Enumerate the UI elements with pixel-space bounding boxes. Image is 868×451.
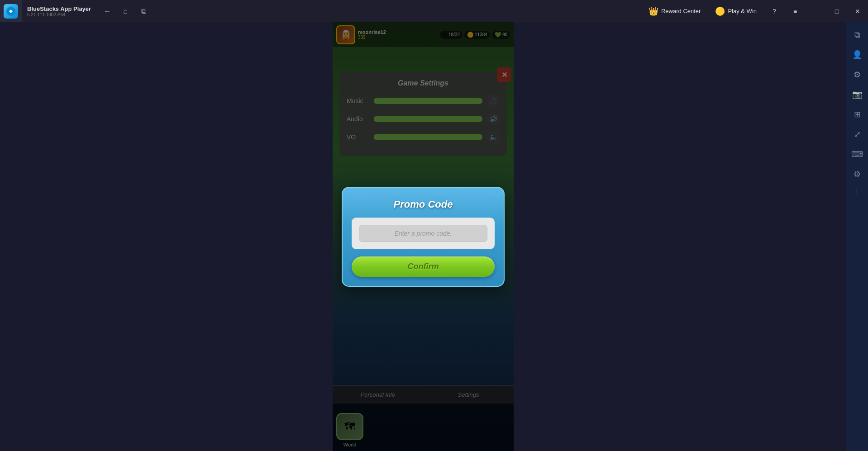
sidebar-user-button[interactable]: 👤 xyxy=(848,46,866,64)
sidebar-camera-button[interactable]: 📷 xyxy=(848,85,866,104)
sidebar-config-button[interactable]: ⚙ xyxy=(848,165,866,183)
sidebar-keyboard-button[interactable]: ⌨ xyxy=(848,145,866,163)
sidebar-layers-button[interactable]: ⧉ xyxy=(848,26,866,44)
app-version: 5.21.111.1002 P64 xyxy=(27,12,91,17)
play-label: Play & Win xyxy=(728,8,757,14)
help-button[interactable]: ? xyxy=(764,0,785,22)
titlebar: BlueStacks App Player 5.21.111.1002 P64 … xyxy=(0,0,868,22)
promo-input-area xyxy=(352,218,495,249)
promo-modal: Promo Code Confirm xyxy=(342,187,505,287)
play-icon: 🟡 xyxy=(715,6,725,16)
sidebar-more-button[interactable]: ··· xyxy=(854,185,860,198)
sidebar-grid-button[interactable]: ⊞ xyxy=(848,105,866,123)
minimize-button[interactable]: — xyxy=(806,0,826,22)
multiinstance-button[interactable]: ⧉ xyxy=(136,4,151,19)
reward-label: Reward Center xyxy=(661,8,701,14)
promo-title: Promo Code xyxy=(352,199,495,210)
promo-code-input[interactable] xyxy=(359,225,487,242)
maximize-button[interactable]: □ xyxy=(826,0,847,22)
titlebar-right: 👑 Reward Center 🟡 Play & Win ? ≡ — □ ✕ xyxy=(641,0,868,22)
back-button[interactable]: ← xyxy=(100,4,114,19)
confirm-button[interactable]: Confirm xyxy=(352,256,495,277)
window-controls: ? ≡ — □ ✕ xyxy=(764,0,868,22)
sidebar-zoom-button[interactable]: ⤢ xyxy=(848,125,866,143)
modal-overlay: Promo Code Confirm xyxy=(333,22,514,451)
close-button[interactable]: ✕ xyxy=(847,0,868,22)
logo-image xyxy=(4,4,18,19)
main-content: 🧝 moonrise12 339 ⚔ 19/32 🟡 11384 💚 90 xyxy=(0,22,846,451)
reward-center-button[interactable]: 👑 Reward Center xyxy=(641,0,708,22)
menu-button[interactable]: ≡ xyxy=(785,0,806,22)
game-area: 🧝 moonrise12 339 ⚔ 19/32 🟡 11384 💚 90 xyxy=(333,22,514,451)
sidebar-settings-button[interactable]: ⚙ xyxy=(848,66,866,84)
app-logo xyxy=(0,0,22,22)
right-sidebar: ⧉ 👤 ⚙ 📷 ⊞ ⤢ ⌨ ⚙ ··· xyxy=(846,22,868,451)
home-button[interactable]: ⌂ xyxy=(118,4,133,19)
reward-icon: 👑 xyxy=(649,6,658,16)
app-name: BlueStacks App Player xyxy=(27,5,91,12)
play-win-button[interactable]: 🟡 Play & Win xyxy=(708,0,764,22)
nav-buttons: ← ⌂ ⧉ xyxy=(96,4,154,19)
app-name-area: BlueStacks App Player 5.21.111.1002 P64 xyxy=(22,5,96,17)
